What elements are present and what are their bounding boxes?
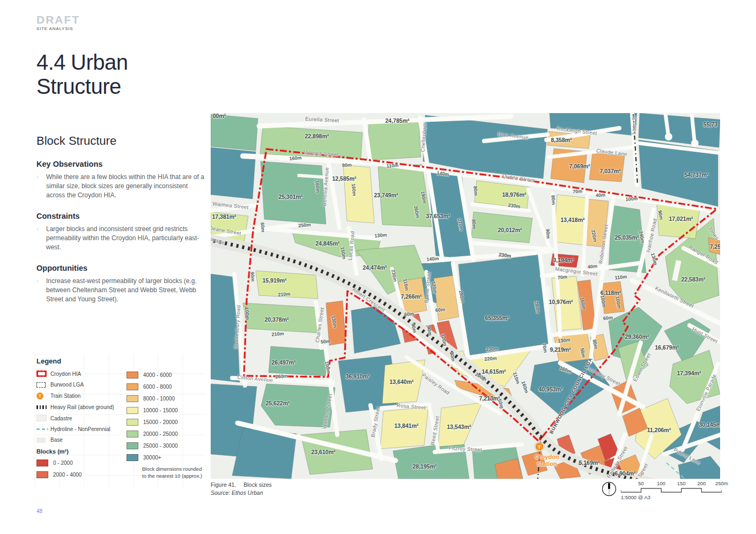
class-swatch <box>127 383 138 390</box>
area-label: 23,749m² <box>374 192 398 198</box>
area-label: 22,898m² <box>305 133 329 139</box>
area-label: 22,583m² <box>681 276 706 283</box>
burwood-icon <box>36 382 50 388</box>
street-label: Pound Lane <box>673 447 702 466</box>
bullet-text: Larger blocks and inconsistent street gr… <box>46 225 205 252</box>
dim-label: 100m <box>324 361 331 374</box>
dim-label: 60m <box>404 311 414 317</box>
class-label: 20000 - 25000 <box>143 431 178 437</box>
street-label: Claude Lane <box>596 147 627 157</box>
cadastre-icon <box>36 415 50 421</box>
dim-label: 130m <box>650 253 658 266</box>
dim-label: 110m <box>386 162 398 169</box>
area-label: 11,206m² <box>647 427 671 433</box>
dim-label: 80m <box>342 162 352 168</box>
legend-item-label: Cadastre <box>50 416 72 421</box>
area-label: 26,497m² <box>272 359 296 366</box>
bullet-text: Increase east-west permeability of large… <box>46 277 205 304</box>
area-label: 13,543m² <box>447 424 471 430</box>
area-label: 12,585m² <box>332 175 357 182</box>
dim-label: 80m <box>592 339 599 349</box>
scale-tick: 150 <box>677 480 686 486</box>
dim-label: 70m <box>558 274 568 280</box>
area-label: 24,845m² <box>316 240 340 247</box>
area-label: 14,615m² <box>482 368 506 375</box>
class-label: 15000 - 20000 <box>143 419 178 425</box>
area-label: 29,360m² <box>625 333 649 340</box>
dim-label: 100m <box>244 307 250 320</box>
north-arrow-icon <box>602 481 617 498</box>
dim-label: 230m <box>508 203 521 210</box>
bullet-dot: · <box>36 173 46 200</box>
street-label: Brand Street <box>423 272 432 303</box>
dim-label: 50m <box>496 398 505 409</box>
street-label: Robinson Street <box>597 224 609 264</box>
dim-label: 40m <box>588 263 598 270</box>
legend-item-croydon: Croydon HIA <box>36 370 127 377</box>
page-title: 4.4Urban Structure <box>36 50 205 99</box>
legend-class-row: 2000 - 4000 <box>36 471 127 478</box>
dim-label: 160m <box>314 180 321 193</box>
scale-bar: 50100150200250m 1:5000 @ A3 <box>602 480 722 502</box>
legend-blocks-title: Blocks (m²) <box>36 448 127 455</box>
area-label: 24,785m² <box>386 117 410 124</box>
area-label: 36,910m² <box>346 373 370 380</box>
area-label: 15,919m² <box>263 277 287 284</box>
dim-label: 210m <box>271 331 284 337</box>
dim-label: 140m <box>436 170 449 177</box>
class-swatch <box>127 395 138 402</box>
area-label: 65,355m² <box>485 315 509 321</box>
area-label: 13,418m² <box>561 217 585 223</box>
area-label: 28,195m² <box>413 463 437 470</box>
class-swatch <box>127 454 138 461</box>
area-label: 17,394m² <box>677 370 701 376</box>
street-label: Etonville Parade <box>695 373 717 412</box>
scale-tick: 100 <box>657 480 665 486</box>
dim-label: 160m <box>559 365 572 374</box>
section-title: Block Structure <box>36 134 205 148</box>
class-label: 0 - 2000 <box>53 460 73 466</box>
class-swatch <box>127 372 138 379</box>
dim-label: 100m <box>625 196 638 202</box>
street-label: Ivanhoe Road <box>645 218 658 253</box>
dim-label: 60m <box>260 222 266 233</box>
scale-tick: 250m <box>715 480 728 486</box>
legend-item-label: Burwood LGA <box>50 382 84 388</box>
bullet-dot: · <box>36 277 46 304</box>
figure-title: Block sizes <box>243 481 272 488</box>
dim-label: 120m <box>440 333 448 346</box>
street-label: Charles Street <box>314 307 325 343</box>
dim-label: 160m <box>351 183 357 196</box>
dim-label: 210m <box>278 291 291 298</box>
legend-item-station: TTrain Station <box>36 392 127 399</box>
bullet-item: ·Larger blocks and inconsistent street g… <box>36 225 205 252</box>
legend-class-row: 4000 - 6000 <box>127 372 204 379</box>
dim-label: 80m <box>471 219 477 229</box>
page-title-number: 4.4 <box>36 50 65 74</box>
dim-label: 50m <box>321 338 331 345</box>
area-label: 7,069m² <box>569 163 590 169</box>
dim-label: 30m <box>449 351 456 361</box>
street-label: Anthony Street <box>586 365 621 387</box>
dim-label: 60m <box>603 315 613 321</box>
area-label: 25,622m² <box>266 400 290 406</box>
street-label: Victoria Street <box>303 149 339 158</box>
dim-label: 50m <box>580 347 587 358</box>
class-label: 8000 - 10000 <box>143 396 175 402</box>
area-label: 13,640m² <box>390 379 414 385</box>
area-label: 17,021m² <box>669 216 693 222</box>
scale-ratio: 1:5000 @ A3 <box>621 494 650 500</box>
dim-label: 130m <box>374 232 387 239</box>
area-label: 20,378m² <box>265 316 289 323</box>
draft-subtitle: SITE ANALYSIS <box>36 26 205 31</box>
legend-item-cadastre: Cadastre <box>36 415 127 421</box>
subsection-heading: Constraints <box>36 212 205 220</box>
dim-label: 40m <box>596 192 606 198</box>
legend-class-row: 30000+ <box>127 454 204 461</box>
street-label: Edwin Street <box>632 352 651 383</box>
street-label: Boronia Avenue <box>321 167 330 206</box>
dim-label: 80m <box>411 323 418 333</box>
draft-watermark: DRAFT <box>36 14 205 25</box>
block-sizes-map: 00m²22,898m²24,785m²8,358m²7,069m²7,037m… <box>211 113 720 479</box>
legend-item-hydro: Hydroline - NonPerennial <box>36 426 127 432</box>
